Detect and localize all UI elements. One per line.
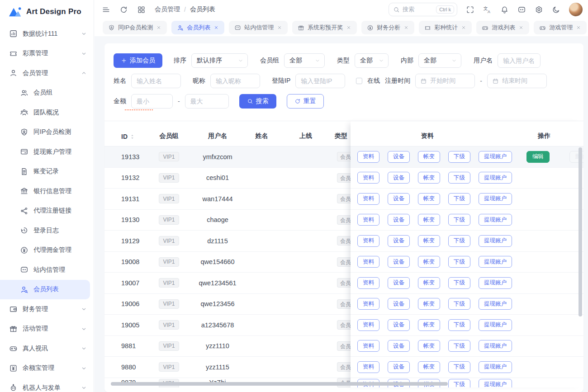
- sidebar-item[interactable]: 真人视讯: [0, 339, 94, 359]
- row-button-帐变[interactable]: 帐变: [418, 256, 440, 268]
- notification-bell-icon[interactable]: [500, 5, 509, 14]
- messages-icon[interactable]: [517, 5, 526, 14]
- row-button-提现账户[interactable]: 提现账户: [479, 151, 512, 163]
- row-button-提现账户[interactable]: 提现账户: [479, 361, 512, 373]
- fullscreen-icon[interactable]: [466, 5, 474, 14]
- row-button-设备[interactable]: 设备: [388, 256, 410, 268]
- row-button-下级[interactable]: 下级: [448, 298, 470, 310]
- amount-max-input[interactable]: [185, 94, 229, 109]
- sort-select[interactable]: 默认排序: [191, 53, 248, 68]
- row-button-设备[interactable]: 设备: [388, 319, 410, 331]
- name-input[interactable]: [131, 74, 181, 88]
- row-button-设备[interactable]: 设备: [388, 361, 410, 373]
- sidebar-item[interactable]: 财务管理: [0, 299, 94, 319]
- apps-grid-icon[interactable]: [137, 5, 146, 14]
- sidebar-item[interactable]: 会员列表: [0, 280, 90, 300]
- sidebar-item[interactable]: 活动管理: [0, 319, 94, 339]
- global-search-input[interactable]: 搜索 Ctrl k: [389, 3, 457, 16]
- sidebar-item[interactable]: 提现账户管理: [0, 142, 94, 162]
- row-button-资料[interactable]: 资料: [357, 256, 379, 268]
- sidebar-item[interactable]: 账变记录: [0, 162, 94, 182]
- reset-button[interactable]: 重置: [287, 94, 324, 109]
- username-input[interactable]: [498, 53, 541, 68]
- type-select[interactable]: 全部: [355, 53, 389, 68]
- row-button-下级[interactable]: 下级: [448, 319, 470, 331]
- refresh-icon[interactable]: [119, 5, 128, 14]
- row-button-帐变[interactable]: 帐变: [418, 319, 440, 331]
- row-button-提现账户[interactable]: 提现账户: [479, 235, 512, 247]
- row-button-资料[interactable]: 资料: [357, 172, 379, 184]
- row-button-资料[interactable]: 资料: [357, 214, 379, 226]
- close-icon[interactable]: [518, 25, 524, 30]
- row-button-提现账户[interactable]: 提现账户: [479, 256, 512, 268]
- sidebar-item[interactable]: 机器人与发单: [0, 378, 94, 392]
- row-button-设备[interactable]: 设备: [388, 277, 410, 289]
- sidebar-item[interactable]: 会员管理: [0, 63, 94, 83]
- row-button-提现账户[interactable]: 提现账户: [479, 277, 512, 289]
- online-checkbox[interactable]: [356, 78, 362, 84]
- tab-同IP会员检测[interactable]: 同IP会员检测: [103, 21, 167, 34]
- sidebar-item[interactable]: 余额宝管理: [0, 359, 94, 378]
- login-ip-input[interactable]: [295, 74, 345, 88]
- row-button-资料[interactable]: 资料: [357, 340, 379, 352]
- menu-collapse-icon[interactable]: [102, 5, 110, 14]
- tab-财务分析[interactable]: 财务分析: [361, 21, 414, 34]
- row-button-下级[interactable]: 下级: [448, 235, 470, 247]
- group-select[interactable]: 全部: [284, 53, 325, 68]
- row-button-提现账户[interactable]: 提现账户: [479, 193, 512, 205]
- row-button-下级[interactable]: 下级: [448, 256, 470, 268]
- row-button-帐变[interactable]: 帐变: [418, 277, 440, 289]
- row-button-提现账户[interactable]: 提现账户: [479, 340, 512, 352]
- row-button-资料[interactable]: 资料: [357, 298, 379, 310]
- row-button-设备[interactable]: 设备: [388, 298, 410, 310]
- row-button-下级[interactable]: 下级: [448, 277, 470, 289]
- row-button-资料[interactable]: 资料: [357, 277, 379, 289]
- row-button-提现账户[interactable]: 提现账户: [479, 379, 512, 387]
- tab-彩种统计[interactable]: 彩种统计: [419, 21, 472, 34]
- tab-游戏管理[interactable]: 游戏管理: [534, 21, 587, 34]
- sidebar-item[interactable]: 数据统计111: [0, 24, 94, 44]
- row-button-资料[interactable]: 资料: [357, 319, 379, 331]
- row-button-提现账户[interactable]: 提现账户: [479, 214, 512, 226]
- sidebar-item[interactable]: 银行信息管理: [0, 181, 94, 201]
- row-button-帐变[interactable]: 帐变: [418, 361, 440, 373]
- close-icon[interactable]: [277, 25, 282, 30]
- row-button-提现账户[interactable]: 提现账户: [479, 172, 512, 184]
- row-button-帐变[interactable]: 帐变: [418, 172, 440, 184]
- close-icon[interactable]: [461, 25, 466, 30]
- row-button-下级[interactable]: 下级: [448, 361, 470, 373]
- row-button-下级[interactable]: 下级: [448, 193, 470, 205]
- brand[interactable]: Art Design Pro: [0, 0, 94, 21]
- close-icon[interactable]: [346, 25, 351, 30]
- row-button-设备[interactable]: 设备: [388, 235, 410, 247]
- row-button-设备[interactable]: 设备: [388, 151, 410, 163]
- row-button-设备[interactable]: 设备: [388, 172, 410, 184]
- row-button-资料[interactable]: 资料: [357, 193, 379, 205]
- row-button-帐变[interactable]: 帐变: [418, 151, 440, 163]
- dark-mode-moon-icon[interactable]: [552, 5, 560, 14]
- nickname-input[interactable]: [210, 74, 260, 88]
- translate-icon[interactable]: 文A: [483, 5, 492, 14]
- row-button-设备[interactable]: 设备: [388, 193, 410, 205]
- close-icon[interactable]: [156, 25, 161, 30]
- start-date-input[interactable]: 开始时间: [415, 74, 475, 88]
- close-icon[interactable]: [576, 25, 581, 30]
- row-button-下级[interactable]: 下级: [448, 151, 470, 163]
- sidebar-item[interactable]: 彩票管理: [0, 44, 94, 64]
- row-button-帐变[interactable]: 帐变: [418, 193, 440, 205]
- sidebar-item[interactable]: 会员组: [0, 83, 94, 103]
- tab-游戏列表[interactable]: 游戏列表: [476, 21, 529, 34]
- sidebar-item[interactable]: 登录日志: [0, 221, 94, 241]
- row-button-资料[interactable]: 资料: [357, 151, 379, 163]
- sidebar-item[interactable]: 团队概况: [0, 103, 94, 123]
- tab-系统彩预开奖[interactable]: 系统彩预开奖: [292, 21, 357, 34]
- amount-min-input[interactable]: [131, 94, 173, 109]
- user-avatar[interactable]: [569, 3, 583, 16]
- row-button-帐变[interactable]: 帐变: [418, 340, 440, 352]
- settings-gear-icon[interactable]: [535, 5, 543, 14]
- close-icon[interactable]: [403, 25, 409, 30]
- row-button-下级[interactable]: 下级: [448, 379, 470, 387]
- close-icon[interactable]: [213, 25, 219, 30]
- sidebar-item[interactable]: 代理佣金管理: [0, 241, 94, 260]
- search-button[interactable]: 搜索: [239, 94, 276, 109]
